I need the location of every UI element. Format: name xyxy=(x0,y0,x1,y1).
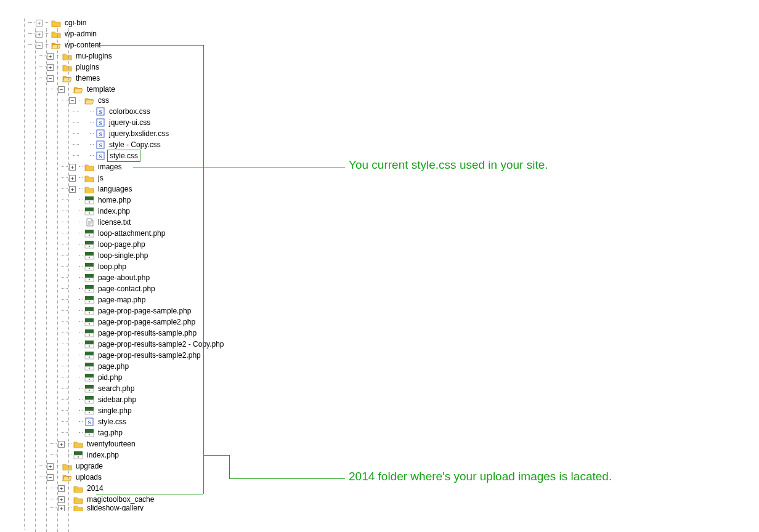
tree-item-label[interactable]: style - Copy.css xyxy=(109,139,161,150)
expand-toggle[interactable]: + xyxy=(58,505,65,511)
tree-folder[interactable]: +cgi-bin xyxy=(28,17,224,28)
php-file-icon xyxy=(84,207,94,216)
svg-rect-13 xyxy=(85,208,94,211)
tree-item-label[interactable]: loop-single.php xyxy=(98,250,148,261)
collapse-toggle[interactable]: − xyxy=(47,75,54,82)
php-file-icon xyxy=(84,362,94,371)
tree-item-label[interactable]: jquery.bxslider.css xyxy=(109,128,169,139)
php-file-icon xyxy=(84,351,94,360)
expand-toggle[interactable]: + xyxy=(69,175,76,182)
expand-toggle[interactable]: + xyxy=(58,441,65,448)
expand-toggle[interactable]: + xyxy=(69,186,76,193)
php-file-icon xyxy=(84,340,94,349)
tree-item-label[interactable]: license.txt xyxy=(98,217,131,228)
svg-rect-61 xyxy=(85,385,94,389)
tree-item-label[interactable]: index.php xyxy=(98,206,130,217)
tree-item-label[interactable]: js xyxy=(98,172,104,183)
tree-item-label[interactable]: uploads xyxy=(76,472,102,483)
tree-item-label[interactable]: jquery-ui.css xyxy=(109,117,150,128)
tree-item-label[interactable]: themes xyxy=(76,73,100,84)
css-file-icon: S xyxy=(95,107,105,116)
tree-item-label[interactable]: page-prop-results-sample2 - Copy.php xyxy=(98,339,224,350)
svg-rect-58 xyxy=(85,374,94,377)
tree-item-label[interactable]: 2014 xyxy=(87,483,104,494)
svg-rect-55 xyxy=(85,363,94,366)
expand-toggle[interactable]: + xyxy=(58,496,65,503)
tree-item-label[interactable]: page-contact.php xyxy=(98,283,155,294)
svg-text:S: S xyxy=(99,109,102,115)
annotation-line xyxy=(133,167,345,167)
collapse-toggle[interactable]: − xyxy=(69,97,76,104)
expand-toggle[interactable]: + xyxy=(69,164,76,171)
css-file-icon: S xyxy=(95,140,105,149)
tree-item-label[interactable]: pid.php xyxy=(98,372,122,383)
php-file-icon xyxy=(84,329,94,337)
css-file-icon: S xyxy=(95,151,105,160)
tree-item-label[interactable]: plugins xyxy=(76,62,99,73)
tree-guide xyxy=(24,18,25,530)
php-file-icon xyxy=(84,240,94,249)
tree-item-label[interactable]: loop-page.php xyxy=(98,239,145,250)
expand-toggle[interactable]: + xyxy=(47,463,54,470)
php-file-icon xyxy=(84,406,94,415)
folder-open-icon xyxy=(84,96,94,105)
tree-item-label[interactable]: tag.php xyxy=(98,427,123,438)
tree-item-label[interactable]: magictoolbox_cache xyxy=(87,494,154,505)
collapse-toggle[interactable]: − xyxy=(36,42,43,49)
php-file-icon xyxy=(84,229,94,238)
tree-item-label[interactable]: upgrade xyxy=(76,461,103,472)
php-file-icon xyxy=(84,296,94,304)
php-file-icon xyxy=(73,451,83,459)
tree-item-label[interactable]: page.php xyxy=(98,361,129,372)
expand-toggle[interactable]: + xyxy=(58,485,65,492)
tree-item-label[interactable]: loop.php xyxy=(98,261,126,272)
annotation-line xyxy=(96,494,203,494)
php-file-icon xyxy=(84,196,94,204)
tree-item-label[interactable]: cgi-bin xyxy=(65,17,86,28)
tree-item-label[interactable]: template xyxy=(87,84,115,95)
tree-item-label[interactable]: index.php xyxy=(87,449,119,461)
folder-closed-icon xyxy=(73,495,83,504)
expand-toggle[interactable]: + xyxy=(47,53,54,60)
tree-item-label[interactable]: css xyxy=(98,95,109,106)
tree-item-label[interactable]: slideshow-gallery xyxy=(87,505,144,511)
svg-rect-34 xyxy=(85,285,94,289)
annotation-line xyxy=(229,455,230,479)
tree-item-label[interactable]: page-about.php xyxy=(98,272,150,283)
tree-guide xyxy=(46,28,47,532)
svg-rect-28 xyxy=(85,263,94,267)
tree-item-label[interactable]: page-map.php xyxy=(98,294,145,305)
svg-point-54 xyxy=(89,357,90,358)
tree-item-label[interactable]: style.css xyxy=(107,150,140,162)
tree-item-label[interactable]: page-prop-results-sample2.php xyxy=(98,350,201,361)
expand-toggle[interactable]: + xyxy=(36,31,43,38)
tree-item-label[interactable]: twentyfourteen xyxy=(87,438,136,449)
collapse-toggle[interactable]: − xyxy=(58,86,65,93)
php-file-icon xyxy=(84,429,94,437)
tree-item-label[interactable]: search.php xyxy=(98,383,134,394)
php-file-icon xyxy=(84,284,94,293)
tree-item-label[interactable]: home.php xyxy=(98,195,131,206)
tree-item-label[interactable]: colorbox.css xyxy=(109,106,150,117)
folder-closed-icon xyxy=(62,52,72,60)
expand-toggle[interactable]: + xyxy=(47,64,54,71)
svg-point-69 xyxy=(89,412,90,413)
php-file-icon xyxy=(84,384,94,393)
tree-item-label[interactable]: wp-admin xyxy=(65,28,97,39)
folder-closed-icon xyxy=(73,484,83,493)
tree-item-label[interactable]: images xyxy=(98,161,122,172)
tree-item-label[interactable]: mu-plugins xyxy=(76,50,112,62)
tree-item-label[interactable]: page-prop-page-sample2.php xyxy=(98,316,195,328)
annotation-line xyxy=(203,45,204,494)
svg-point-48 xyxy=(89,334,90,336)
tree-item-label[interactable]: style.css xyxy=(98,416,126,427)
tree-item-label[interactable]: languages xyxy=(98,183,132,195)
expand-toggle[interactable]: + xyxy=(36,20,43,26)
collapse-toggle[interactable]: − xyxy=(47,474,54,481)
tree-item-label[interactable]: page-prop-results-sample.php xyxy=(98,328,197,339)
tree-item-label[interactable]: sidebar.php xyxy=(98,394,136,405)
tree-item-label[interactable]: loop-attachment.php xyxy=(98,228,165,239)
svg-point-57 xyxy=(89,368,90,369)
tree-item-label[interactable]: page-prop-page-sample.php xyxy=(98,305,191,316)
tree-item-label[interactable]: single.php xyxy=(98,405,132,416)
